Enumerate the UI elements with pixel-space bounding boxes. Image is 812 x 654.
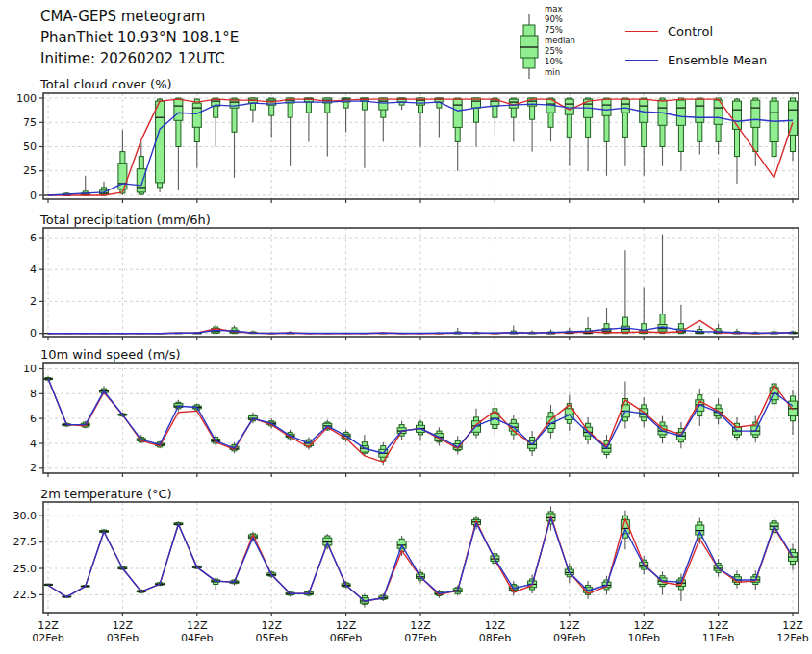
y-tick-label: 10	[23, 363, 37, 375]
x-tick-label-time: 12Z	[782, 619, 803, 632]
box-25-75	[192, 103, 201, 127]
y-tick-label: 2	[30, 295, 37, 308]
y-tick-label: 6	[30, 413, 37, 425]
panel-temperature: 22.525.027.530.012Z02Feb12Z03Feb12Z04Feb…	[13, 502, 809, 644]
x-tick-label-time: 12Z	[38, 619, 59, 632]
x-tick-label-time: 12Z	[410, 619, 431, 632]
y-tick-label: 100	[16, 92, 37, 105]
box-25-75	[751, 100, 760, 127]
box-25-75	[156, 101, 165, 183]
y-tick-label: 50	[23, 140, 37, 153]
x-tick-label-date: 02Feb	[32, 632, 63, 644]
box-25-75	[379, 98, 388, 110]
y-tick-label: 2	[30, 462, 37, 474]
meteogram-panels: 0255075100024624681022.525.027.530.012Z0…	[0, 0, 812, 654]
box-25-75	[453, 99, 462, 127]
panel-precipitation: 0246	[30, 228, 799, 340]
x-tick-label-date: 09Feb	[553, 632, 585, 644]
x-tick-label-time: 12Z	[187, 619, 208, 632]
x-tick-label-time: 12Z	[708, 619, 729, 632]
x-tick-label-time: 12Z	[559, 619, 580, 632]
box-25-75	[174, 99, 183, 120]
panel-cloud_cover: 0255075100	[16, 92, 799, 204]
x-tick-label-time: 12Z	[485, 619, 506, 632]
panel-wind_speed: 246810	[23, 363, 799, 477]
x-tick-label-date: 07Feb	[404, 632, 436, 644]
y-tick-label: 4	[30, 264, 37, 276]
x-tick-label-time: 12Z	[113, 619, 134, 632]
y-tick-label: 6	[30, 232, 37, 244]
y-tick-label: 75	[23, 116, 37, 129]
x-tick-label-time: 12Z	[336, 619, 357, 632]
box-25-75	[602, 99, 611, 115]
x-tick-label-date: 06Feb	[330, 632, 362, 644]
x-tick-label-date: 08Feb	[479, 632, 511, 644]
y-tick-label: 30.0	[13, 510, 38, 522]
box-25-75	[621, 99, 629, 113]
x-tick-label-time: 12Z	[633, 619, 654, 632]
x-tick-label-date: 11Feb	[702, 632, 734, 644]
panel-frame	[43, 363, 799, 473]
box-25-75	[696, 99, 704, 122]
y-tick-label: 25.0	[13, 563, 38, 575]
panel-frame	[43, 228, 799, 337]
panel-frame	[43, 502, 799, 613]
y-tick-label: 25	[23, 164, 37, 177]
y-tick-label: 4	[30, 438, 37, 450]
x-tick-label-date: 12Feb	[776, 632, 808, 644]
box-25-75	[676, 100, 685, 125]
x-tick-label-date: 05Feb	[255, 632, 287, 644]
meteogram-figure: CMA-GEPS meteogramPhanThiet 10.93°N 108.…	[0, 0, 812, 654]
x-tick-label-date: 03Feb	[107, 632, 139, 644]
box-25-75	[137, 169, 145, 192]
y-tick-label: 0	[30, 189, 37, 202]
y-tick-label: 8	[30, 388, 37, 400]
x-tick-label-date: 04Feb	[181, 632, 213, 644]
y-tick-label: 22.5	[13, 589, 38, 601]
y-tick-label: 0	[30, 327, 37, 340]
x-tick-label-time: 12Z	[261, 619, 282, 632]
x-tick-label-date: 10Feb	[627, 632, 659, 644]
y-tick-label: 27.5	[13, 536, 38, 548]
